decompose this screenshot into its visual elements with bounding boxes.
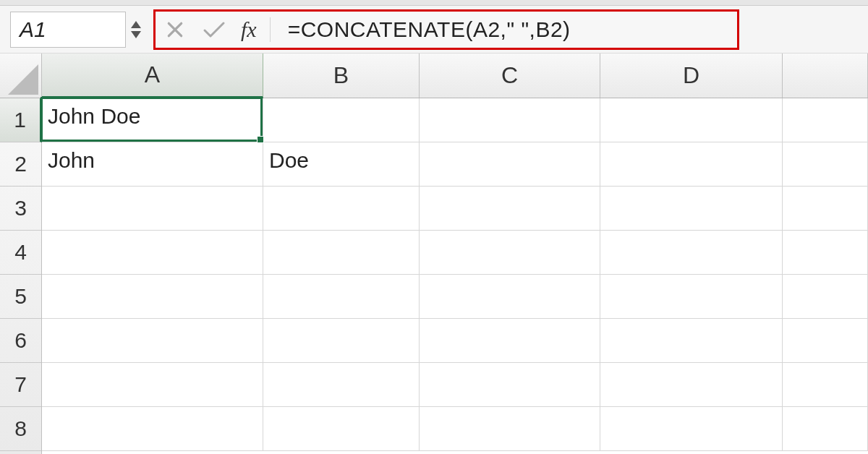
cell[interactable]: John bbox=[42, 142, 263, 187]
cell[interactable] bbox=[783, 407, 868, 451]
cell[interactable] bbox=[42, 275, 263, 319]
cell[interactable] bbox=[420, 407, 600, 451]
cell[interactable] bbox=[600, 98, 783, 142]
cancel-icon[interactable] bbox=[163, 17, 187, 42]
column-header[interactable]: B bbox=[263, 53, 420, 98]
grid-row bbox=[42, 231, 868, 275]
cell[interactable] bbox=[263, 363, 420, 407]
cell[interactable] bbox=[783, 319, 868, 363]
cell[interactable]: Doe bbox=[263, 142, 420, 187]
cell[interactable] bbox=[42, 407, 263, 451]
grid-row bbox=[42, 407, 868, 451]
cell[interactable] bbox=[600, 142, 783, 187]
svg-marker-1 bbox=[131, 31, 141, 38]
grid-row bbox=[42, 275, 868, 319]
cell[interactable]: John Doe bbox=[42, 98, 263, 142]
cell[interactable] bbox=[783, 363, 868, 407]
cell[interactable] bbox=[42, 319, 263, 363]
cell[interactable] bbox=[420, 275, 600, 319]
row-header[interactable]: 6 bbox=[0, 319, 41, 363]
stepper-down-icon[interactable] bbox=[130, 30, 142, 39]
column-header[interactable]: D bbox=[600, 53, 783, 98]
grid-row: JohnDoe bbox=[42, 142, 868, 187]
spreadsheet-app: A1 fx =CONCATENATE(A2," ",B2) bbox=[0, 0, 868, 454]
grid-row bbox=[42, 187, 868, 231]
cell[interactable] bbox=[42, 187, 263, 231]
cell[interactable] bbox=[783, 231, 868, 275]
row-header[interactable]: 3 bbox=[0, 187, 41, 231]
column-header[interactable]: A bbox=[42, 53, 263, 98]
row-header[interactable]: 7 bbox=[0, 363, 41, 407]
name-box[interactable]: A1 bbox=[10, 12, 126, 48]
cell[interactable] bbox=[600, 319, 783, 363]
cell[interactable] bbox=[783, 187, 868, 231]
cell[interactable] bbox=[42, 363, 263, 407]
cell[interactable] bbox=[263, 319, 420, 363]
column-headers: ABCD bbox=[0, 53, 868, 98]
grid: 12345678 John DoeJohnDoe bbox=[0, 98, 868, 454]
cell[interactable] bbox=[600, 407, 783, 451]
cell[interactable] bbox=[783, 98, 868, 142]
formula-bar-highlight: fx =CONCATENATE(A2," ",B2) bbox=[153, 9, 739, 50]
formula-input[interactable]: =CONCATENATE(A2," ",B2) bbox=[288, 17, 571, 42]
select-all-icon[interactable] bbox=[0, 53, 42, 98]
stepper-up-icon[interactable] bbox=[130, 20, 142, 29]
cells-area[interactable]: John DoeJohnDoe bbox=[42, 98, 868, 454]
row-header[interactable]: 5 bbox=[0, 275, 41, 319]
cell[interactable] bbox=[600, 187, 783, 231]
row-header[interactable]: 1 bbox=[0, 98, 42, 142]
column-header[interactable] bbox=[783, 53, 868, 98]
cell[interactable] bbox=[263, 407, 420, 451]
cell[interactable] bbox=[263, 98, 420, 142]
cell[interactable] bbox=[783, 142, 868, 187]
top-strip bbox=[0, 0, 868, 6]
cell[interactable] bbox=[420, 98, 600, 142]
row-header[interactable]: 8 bbox=[0, 407, 41, 451]
cell[interactable] bbox=[600, 275, 783, 319]
cell[interactable] bbox=[263, 231, 420, 275]
cell[interactable] bbox=[600, 231, 783, 275]
formula-bar: A1 fx =CONCATENATE(A2," ",B2) bbox=[0, 6, 868, 53]
grid-row: John Doe bbox=[42, 98, 868, 142]
grid-row bbox=[42, 363, 868, 407]
cell[interactable] bbox=[263, 187, 420, 231]
row-headers: 12345678 bbox=[0, 98, 42, 454]
cell[interactable] bbox=[420, 363, 600, 407]
confirm-icon[interactable] bbox=[202, 17, 226, 42]
cell[interactable] bbox=[420, 319, 600, 363]
name-box-stepper[interactable] bbox=[127, 12, 145, 48]
cell[interactable] bbox=[420, 187, 600, 231]
cell[interactable] bbox=[420, 231, 600, 275]
column-header[interactable]: C bbox=[420, 53, 600, 98]
cell[interactable] bbox=[42, 231, 263, 275]
grid-row bbox=[42, 319, 868, 363]
cell[interactable] bbox=[263, 275, 420, 319]
fx-icon[interactable]: fx bbox=[241, 17, 271, 42]
row-header[interactable]: 2 bbox=[0, 142, 41, 187]
cell[interactable] bbox=[600, 363, 783, 407]
cell[interactable] bbox=[783, 275, 868, 319]
cell[interactable] bbox=[420, 142, 600, 187]
row-header[interactable]: 4 bbox=[0, 231, 41, 275]
svg-marker-0 bbox=[131, 21, 141, 28]
